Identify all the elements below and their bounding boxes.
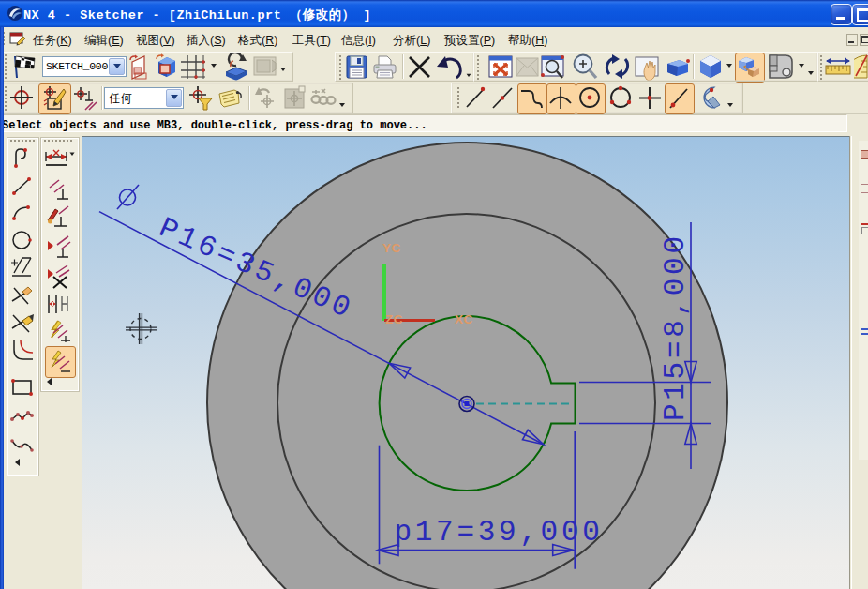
svg-text:ZC: ZC [385,312,403,326]
svg-text:XC: XC [455,312,473,326]
svg-text:P15=8,000: P15=8,000 [659,233,692,421]
svg-text:p17=39,000: p17=39,000 [395,516,604,549]
svg-text:YC: YC [382,241,401,255]
